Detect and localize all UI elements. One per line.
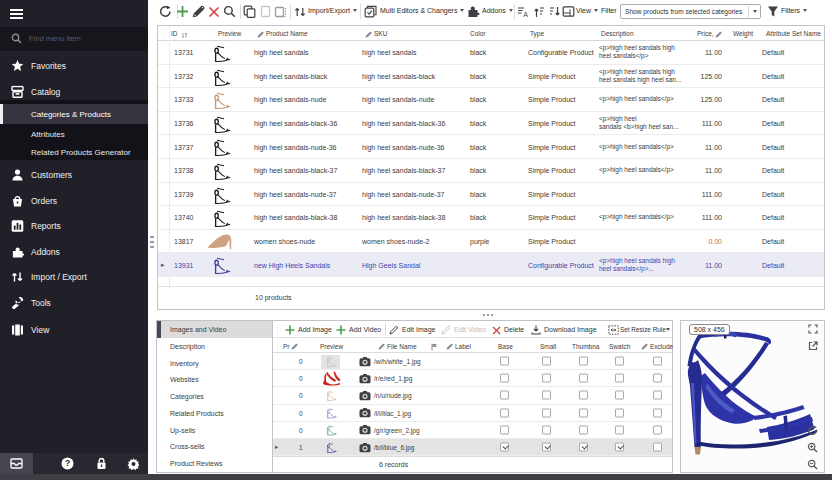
svg-text:?: ?: [65, 458, 70, 468]
svg-text:A: A: [523, 11, 528, 18]
